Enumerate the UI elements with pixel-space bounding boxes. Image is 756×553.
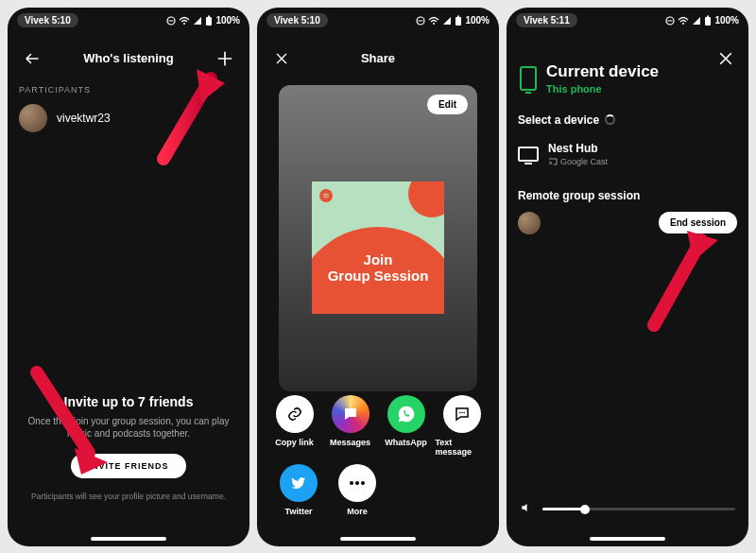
- edit-button[interactable]: Edit: [427, 95, 468, 114]
- album-text: Join Group Session: [312, 251, 444, 285]
- status-time-pill: Vivek 5:10: [266, 13, 328, 27]
- back-button[interactable]: [19, 45, 45, 72]
- invite-block: Invite up to 7 friends Once they join yo…: [8, 394, 249, 501]
- avatar: [518, 212, 541, 234]
- status-bar: Vivek 5:10 100%: [8, 8, 249, 34]
- close-button[interactable]: [268, 45, 295, 72]
- volume-slider[interactable]: [520, 501, 735, 518]
- volume-thumb[interactable]: [580, 505, 590, 514]
- wifi-icon: [428, 16, 439, 26]
- battery-icon: [205, 15, 213, 26]
- share-preview-card: Edit Join Group Session: [279, 85, 477, 391]
- battery-percent: 100%: [714, 15, 739, 26]
- status-right-icons: 100%: [665, 15, 739, 26]
- invite-title: Invite up to 7 friends: [23, 394, 234, 409]
- select-device-label: Select a device: [518, 113, 737, 127]
- share-twitter[interactable]: Twitter: [272, 464, 325, 516]
- volume-track[interactable]: [542, 508, 735, 510]
- phone-icon: [520, 66, 537, 91]
- svg-rect-20: [707, 15, 709, 17]
- nav-bar[interactable]: [91, 537, 166, 541]
- share-messages[interactable]: Messages: [324, 395, 377, 457]
- more-icon: [338, 464, 376, 502]
- svg-point-11: [461, 411, 463, 413]
- wifi-icon: [179, 16, 190, 26]
- link-icon: [276, 395, 314, 433]
- device-name: Nest Hub: [548, 142, 608, 155]
- share-grid: Copy link Messages WhatsApp Text message: [257, 395, 499, 524]
- avatar: [19, 104, 47, 132]
- svg-point-18: [682, 23, 684, 25]
- device-cast-label: Google Cast: [548, 157, 608, 166]
- svg-point-14: [355, 481, 359, 485]
- spotify-logo-icon: [319, 189, 333, 202]
- remote-session-row: End session: [518, 212, 737, 234]
- page-title: Who's listening: [45, 51, 212, 65]
- svg-point-13: [350, 481, 353, 485]
- current-device-title: Current device: [546, 62, 659, 81]
- share-text-message[interactable]: Text message: [436, 395, 489, 457]
- participants-label: PARTICIPANTS: [19, 85, 238, 95]
- dnd-icon: [166, 16, 176, 26]
- share-whatsapp[interactable]: WhatsApp: [380, 395, 433, 457]
- end-session-button[interactable]: End session: [659, 212, 737, 233]
- svg-rect-19: [705, 17, 711, 26]
- status-right-icons: 100%: [166, 15, 240, 26]
- screen-devices: Vivek 5:11 100% Current device This phon…: [507, 8, 748, 546]
- invite-note: Participants will see your profile pictu…: [23, 492, 234, 501]
- wifi-icon: [678, 16, 689, 26]
- status-bar: Vivek 5:10 100%: [257, 8, 499, 34]
- dnd-icon: [416, 16, 425, 26]
- svg-point-12: [463, 411, 465, 413]
- instagram-icon: [332, 395, 369, 433]
- svg-rect-8: [455, 17, 461, 26]
- svg-rect-3: [206, 17, 212, 26]
- nav-bar[interactable]: [590, 537, 665, 541]
- loading-spinner-icon: [605, 114, 615, 125]
- signal-icon: [193, 16, 202, 26]
- screen-share: Vivek 5:10 100% Share Edit: [257, 8, 499, 546]
- share-more[interactable]: More: [331, 464, 384, 516]
- current-device-subtitle: This phone: [546, 83, 659, 95]
- svg-point-10: [459, 411, 461, 413]
- share-copy-link[interactable]: Copy link: [268, 395, 321, 457]
- page-title: Share: [295, 51, 461, 65]
- nav-bar[interactable]: [340, 537, 416, 541]
- participant-row: vivektwr23: [19, 104, 238, 132]
- status-time-pill: Vivek 5:10: [17, 13, 78, 27]
- signal-icon: [442, 16, 452, 26]
- device-nest-hub[interactable]: Nest Hub Google Cast: [518, 138, 737, 176]
- signal-icon: [692, 16, 701, 26]
- header: Share: [268, 38, 488, 79]
- invite-subtitle: Once they join your group session, you c…: [23, 415, 234, 441]
- album-art: Join Group Session: [312, 181, 444, 314]
- battery-icon: [704, 15, 712, 26]
- status-bar: Vivek 5:11 100%: [507, 8, 748, 34]
- tv-icon: [518, 147, 539, 162]
- participant-name: vivektwr23: [57, 112, 111, 125]
- twitter-icon: [280, 464, 318, 502]
- invite-friends-button[interactable]: INVITE FRIENDS: [71, 454, 185, 478]
- current-device-header: Current device This phone: [518, 62, 737, 95]
- cast-icon: [548, 158, 558, 165]
- battery-percent: 100%: [465, 15, 490, 26]
- screen-whos-listening: Vivek 5:10 100% Who's listening PARTICIP…: [8, 8, 249, 546]
- status-right-icons: 100%: [416, 15, 490, 26]
- speaker-icon: [520, 501, 533, 518]
- whatsapp-icon: [387, 395, 425, 433]
- status-time-pill: Vivek 5:11: [516, 13, 577, 27]
- header: Who's listening: [19, 38, 238, 79]
- battery-percent: 100%: [215, 15, 240, 26]
- battery-icon: [455, 15, 462, 26]
- close-button[interactable]: [713, 45, 739, 72]
- svg-rect-9: [457, 15, 459, 17]
- svg-rect-4: [208, 15, 210, 17]
- svg-point-2: [183, 23, 185, 25]
- add-button[interactable]: [212, 45, 238, 72]
- remote-group-label: Remote group session: [518, 189, 737, 202]
- svg-point-7: [433, 23, 435, 25]
- dnd-icon: [665, 16, 675, 26]
- message-icon: [443, 395, 481, 433]
- svg-point-15: [361, 481, 365, 485]
